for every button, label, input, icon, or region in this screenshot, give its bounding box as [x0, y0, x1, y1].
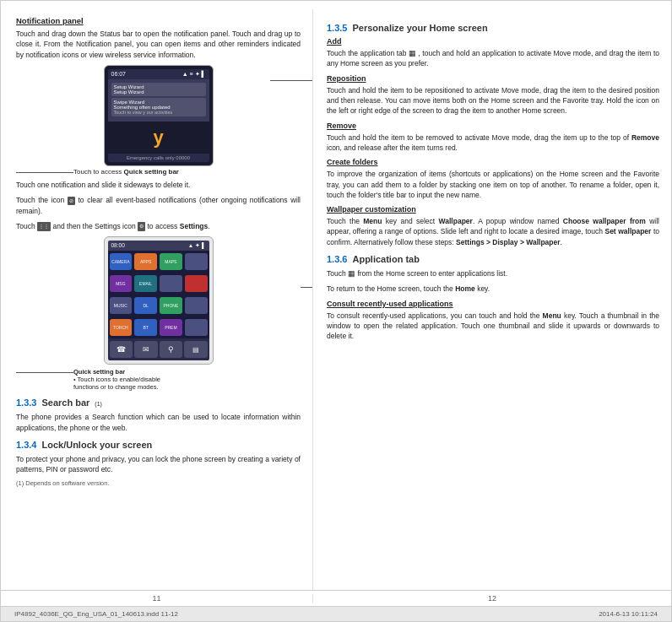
settings-middle: and then the Settings icon	[52, 222, 138, 230]
settings-text: Touch ⋮⋮ and then the Settings icon ⚙ to…	[16, 221, 301, 231]
phone2-row3: MUSIC DL PHONE	[108, 295, 209, 316]
reposition-body: Touch and hold the item to be reposition…	[327, 85, 659, 116]
content-area: Notification panel Touch and drag down t…	[1, 1, 671, 590]
consult-menu: Menu	[543, 311, 561, 320]
phone1-bottom: Emergency calls only 00000	[108, 154, 209, 162]
quick-setting-bullet2: functions or to change modes.	[73, 383, 160, 391]
create-folders-body: To improve the organization of items (sh…	[327, 169, 659, 200]
section133-title: Search bar	[41, 398, 89, 408]
section136-title: Application tab	[352, 254, 419, 264]
section136-home: Home	[455, 284, 475, 293]
section135-title: Personalize your Home screen	[352, 23, 487, 33]
page-wrapper: Notification panel Touch and drag down t…	[0, 0, 672, 622]
wallpaper-set: Set wallpaper	[604, 227, 651, 235]
phone1-notif-panel: Setup Wizard Setup Wizard Swipe Wizard S…	[108, 79, 209, 122]
section134-body: To protect your phone and privacy, you c…	[16, 454, 301, 475]
app-tile-premium: PREM	[160, 319, 182, 336]
phone2-row4: TORCH BT PREM	[108, 316, 209, 338]
phone2-bottom-icon3: ⚲	[160, 341, 183, 358]
remove-body-suffix: icon, and release after the item turns r…	[327, 143, 458, 152]
remove-body-bold: Remove	[631, 133, 659, 142]
wallpaper-body: Touch the Menu key and select Wallpaper.…	[327, 216, 659, 247]
app-tile-empty5	[185, 319, 208, 336]
wallpaper-prefix: Touch the	[327, 217, 363, 225]
callout-line	[270, 80, 312, 81]
phone1-time: 06:07	[111, 71, 127, 77]
app-tile-music: MUSIC	[110, 297, 133, 314]
notification-panel-body: Touch and drag down the Status bar to op…	[16, 29, 301, 60]
wallpaper-choose: Choose wallpaper from	[563, 217, 646, 225]
settings-suffix: to access	[147, 222, 179, 230]
app-tile-camera: CAMERA	[110, 253, 133, 270]
phone2-row2: MSG EMAIL	[108, 273, 209, 295]
section136-heading-row: 1.3.6 Application tab	[327, 254, 659, 264]
bottom-bar-right: 2014-6-13 10:11:24	[599, 610, 658, 618]
reposition-heading: Reposition	[327, 74, 659, 83]
footnote: (1) Depends on software version.	[16, 479, 301, 487]
consult-heading: Consult recently-used applications	[327, 300, 659, 308]
notification-panel-title: Notification panel	[16, 16, 301, 25]
phone2-bottom-icon4: ▤	[184, 341, 208, 358]
app-tile-empty1	[185, 253, 208, 270]
section136-body2-end: key.	[475, 284, 490, 293]
section136-body1: Touch ▦ from the Home screen to enter ap…	[327, 268, 659, 279]
quick-setting-text-block: Quick setting bar • Touch icons to enabl…	[73, 368, 160, 391]
phone2-row1: CAMERA APPS MAPS	[108, 251, 209, 273]
add-body: Touch the application tab ▦ , touch and …	[327, 48, 659, 69]
bottom-bar: IP4892_4036E_QG_Eng_USA_01_140613.indd 1…	[1, 606, 671, 621]
slide-text: Touch one notification and slide it side…	[16, 180, 301, 190]
app-tile-msg: MSG	[110, 275, 133, 292]
quick-setting-callout-label: Quick setting bar	[73, 368, 160, 376]
right-column: 1.3.5 Personalize your Home screen Add T…	[313, 9, 671, 590]
section135-heading-row: 1.3.5 Personalize your Home screen	[327, 23, 659, 33]
section136-touch: Touch ▦	[327, 269, 355, 278]
wallpaper-heading: Wallpaper customization	[327, 205, 659, 214]
phone1-signal: ▲ ≡ ✦ ▌	[182, 71, 206, 78]
wallpaper-m2: . A popup window named	[473, 217, 563, 225]
app-tile-bt: BT	[134, 319, 157, 336]
section133-super: (1)	[95, 401, 102, 407]
phone1-notif2-sub: Touch to view y our activities	[114, 110, 203, 115]
section135-number: 1.3.5	[327, 23, 347, 33]
quick-setting-callout-text: Touch to access Quick setting bar	[73, 168, 179, 176]
consult-body: To consult recently-used applications, y…	[327, 311, 659, 342]
app-tile-torch: TORCH	[110, 319, 133, 336]
app-tile-empty2	[160, 275, 182, 292]
phone1-notif1: Setup Wizard Setup Wizard	[111, 83, 206, 96]
menu-icon: ⋮⋮	[37, 222, 51, 231]
settings-bold: Settings	[180, 222, 209, 230]
phone1-arrow: y	[108, 122, 209, 154]
app-tile-empty4	[185, 297, 208, 314]
phone2-bottom-icon2: ✉	[134, 341, 158, 358]
settings-gear-icon: ⚙	[138, 222, 145, 231]
section134-number: 1.3.4	[16, 440, 36, 450]
callout-connector-1	[16, 172, 73, 173]
clear-icon: ⊘	[68, 197, 75, 206]
app-tile-email: EMAIL	[134, 275, 157, 292]
phone2-bottom-row: ☎ ✉ ⚲ ▤	[108, 338, 209, 360]
icon-clear-text: Touch the icon ⊘ to clear all event-base…	[16, 195, 301, 216]
settings-prefix: Touch	[16, 222, 37, 230]
add-heading: Add	[327, 37, 659, 46]
quick-setting-bold: Quick setting bar	[124, 168, 179, 176]
quick-setting-callout: Touch to access Quick setting bar	[16, 168, 301, 176]
phone1-notif1-text: Setup Wizard	[114, 89, 203, 95]
section136-number: 1.3.6	[327, 254, 347, 264]
app-tile-empty3	[185, 275, 208, 292]
phone2-status: 08:00 ▲ ✦ ▌	[108, 241, 209, 251]
phone1-notif2: Swipe Wizard Something often updated Tou…	[111, 98, 206, 116]
remove-body: Touch and hold the item to be removed to…	[327, 133, 659, 154]
remove-heading: Remove	[327, 122, 659, 130]
callout-line2	[301, 287, 312, 288]
wallpaper-kw: Wallpaper	[439, 217, 473, 225]
wallpaper-m1: key and select	[382, 217, 438, 225]
section136-body1-text: from the Home screen to enter applicatio…	[355, 269, 507, 278]
wallpaper-settings: Settings > Display > Wallpaper	[456, 238, 560, 246]
quick-setting-prefix: Touch to access	[73, 168, 124, 176]
quick-setting-bullet1: • Touch icons to enable/disable	[73, 376, 160, 383]
app-tile-phone: PHONE	[160, 297, 182, 314]
page-number-right: 12	[313, 594, 671, 603]
section134-heading-row: 1.3.4 Lock/Unlock your screen	[16, 440, 301, 450]
callout-connector-2	[16, 372, 73, 373]
app-tile-apps: APPS	[134, 253, 157, 270]
